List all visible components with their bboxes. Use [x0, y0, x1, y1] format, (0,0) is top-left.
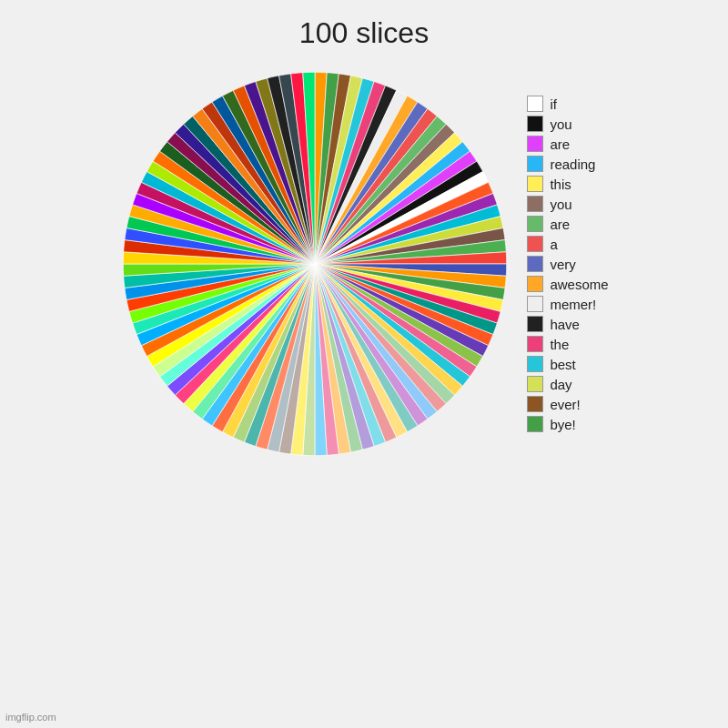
legend-item: ever!: [527, 396, 608, 412]
legend-item: the: [527, 336, 608, 352]
legend-item: awesome: [527, 276, 608, 292]
legend-label: very: [550, 257, 575, 272]
legend-label: reading: [550, 157, 595, 172]
legend-item: a: [527, 236, 608, 252]
legend-label: best: [550, 357, 575, 372]
legend-color-box: [527, 396, 543, 412]
legend-color-box: [527, 356, 543, 372]
legend-color-box: [527, 316, 543, 332]
legend-label: you: [550, 197, 571, 212]
legend-label: day: [550, 377, 571, 392]
legend-label: are: [550, 136, 570, 152]
legend-color-box: [527, 176, 543, 192]
legend-item: you: [527, 116, 608, 132]
legend-label: ever!: [550, 397, 580, 412]
legend-color-box: [527, 376, 543, 392]
legend-color-box: [527, 296, 543, 312]
legend-color-box: [527, 256, 543, 272]
legend-item: day: [527, 376, 608, 392]
pie-chart: [119, 68, 511, 460]
legend-color-box: [527, 156, 543, 172]
chart-title: 100 slices: [299, 16, 429, 50]
legend-label: are: [550, 217, 570, 232]
legend-color-box: [527, 236, 543, 252]
legend-item: reading: [527, 156, 608, 172]
legend-item: this: [527, 176, 608, 192]
legend-item: are: [527, 136, 608, 152]
legend-item: memer!: [527, 296, 608, 312]
legend-color-box: [527, 276, 543, 292]
legend-label: memer!: [550, 297, 596, 312]
legend-label: a: [550, 237, 557, 252]
legend-label: bye!: [550, 417, 575, 432]
legend-item: if: [527, 96, 608, 112]
legend-item: bye!: [527, 416, 608, 432]
legend-color-box: [527, 196, 543, 212]
legend-item: best: [527, 356, 608, 372]
legend-label: if: [550, 96, 557, 112]
legend-item: very: [527, 256, 608, 272]
legend-label: have: [550, 317, 580, 332]
legend-color-box: [527, 116, 543, 132]
legend-item: have: [527, 316, 608, 332]
legend-color-box: [527, 336, 543, 352]
imgflip-watermark: imgflip.com: [5, 712, 56, 723]
legend-item: are: [527, 216, 608, 232]
chart-legend: ifyouarereadingthisyouareaveryawesomemem…: [527, 96, 608, 432]
legend-label: this: [550, 177, 571, 192]
chart-area: ifyouarereadingthisyouareaveryawesomemem…: [0, 68, 728, 460]
legend-color-box: [527, 416, 543, 432]
legend-item: you: [527, 196, 608, 212]
legend-label: you: [550, 116, 571, 132]
legend-label: the: [550, 337, 569, 352]
legend-label: awesome: [550, 277, 608, 292]
legend-color-box: [527, 136, 543, 152]
legend-color-box: [527, 96, 543, 112]
legend-color-box: [527, 216, 543, 232]
